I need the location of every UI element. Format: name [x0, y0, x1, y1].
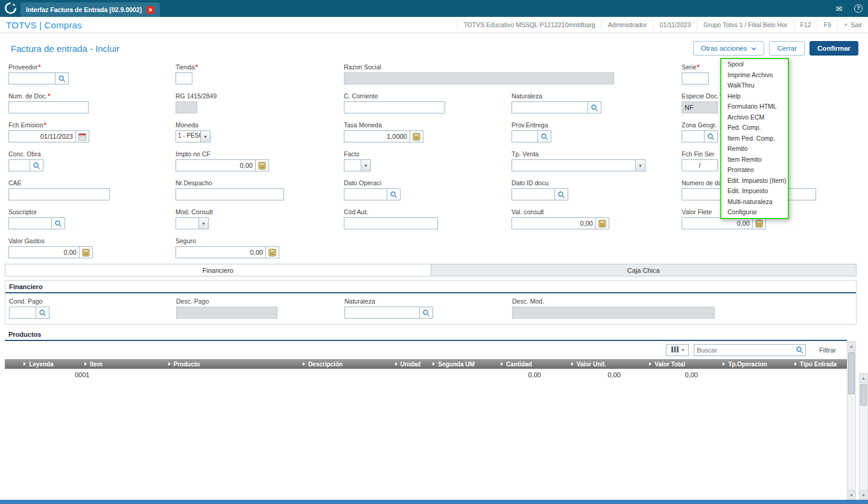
- close-tab-icon[interactable]: ×: [147, 6, 154, 14]
- facts-select[interactable]: ▾: [344, 159, 371, 171]
- tab-caja-chica[interactable]: Caja Chica: [431, 264, 857, 276]
- menu-item-prorrateo[interactable]: Prorrateo: [721, 165, 788, 176]
- prov-entrega-input[interactable]: [512, 130, 538, 142]
- menu-item-walkthru[interactable]: WalkThru: [721, 80, 788, 91]
- impto-no-cf-input[interactable]: [176, 159, 256, 171]
- column-header-tp-operacion[interactable]: Tp.Operacion: [706, 361, 784, 368]
- menu-item-edit-impuesto-item[interactable]: Edit. Impuesto (Item): [721, 176, 788, 187]
- other-actions-button[interactable]: Otras acciones: [693, 41, 765, 56]
- column-header-unidad[interactable]: Unidad: [392, 361, 423, 368]
- grid-vertical-scrollbar[interactable]: ▲ ▼: [859, 373, 868, 500]
- column-header-descripcion[interactable]: Descripción: [253, 361, 392, 368]
- suscriptor-search-button[interactable]: [52, 217, 65, 229]
- cond-pago-input[interactable]: [9, 307, 36, 319]
- fch-emision-input[interactable]: [8, 130, 76, 142]
- menu-item-help[interactable]: Help: [721, 91, 788, 102]
- scroll-up-icon[interactable]: ▲: [847, 342, 855, 351]
- menu-item-item-ped-comp[interactable]: Item Ped. Comp.: [721, 133, 788, 144]
- column-header-item[interactable]: Item: [72, 361, 115, 368]
- fch-fin-ser-input[interactable]: [682, 159, 718, 171]
- tasa-moneda-input[interactable]: [344, 130, 410, 142]
- valor-flete-calc-button[interactable]: [753, 217, 766, 229]
- menu-item-remito[interactable]: Remito: [721, 144, 788, 155]
- menu-item-item-remito[interactable]: Item Remito: [721, 155, 788, 165]
- val-consult-input[interactable]: [512, 217, 596, 229]
- table-row[interactable]: 0001 0,00 0,00 0,00: [5, 369, 847, 381]
- naturaleza-search-button[interactable]: [588, 101, 601, 113]
- help-button[interactable]: ?: [849, 0, 868, 17]
- conc-obra-search-button[interactable]: [30, 159, 43, 171]
- scrollbar-thumb[interactable]: [860, 384, 867, 406]
- exit-button[interactable]: ×Sair: [837, 21, 868, 30]
- scroll-up-icon[interactable]: ▲: [860, 374, 867, 383]
- tab-financiero[interactable]: Financiero: [5, 264, 431, 276]
- conc-obra-input[interactable]: [8, 159, 30, 171]
- search-input[interactable]: [694, 344, 806, 356]
- zona-geogr-input[interactable]: [682, 130, 705, 142]
- menu-item-imprime-archivo[interactable]: Imprime Archivo: [721, 70, 788, 81]
- mail-icon[interactable]: ✉: [829, 0, 849, 17]
- horizontal-scrollbar[interactable]: [0, 500, 868, 504]
- cond-pago-search-button[interactable]: [36, 307, 49, 319]
- menu-item-formulario-html[interactable]: Formulario HTML: [721, 101, 788, 112]
- dato-id-docu-input[interactable]: [512, 188, 555, 200]
- confirm-button[interactable]: Confirmar: [809, 41, 858, 56]
- naturaleza-input[interactable]: [512, 101, 588, 113]
- tasa-moneda-calc-button[interactable]: [410, 130, 423, 142]
- val-consult-calc-button[interactable]: [596, 217, 609, 229]
- scroll-down-icon[interactable]: ▼: [860, 490, 867, 499]
- close-button[interactable]: Cerrar: [769, 41, 805, 56]
- num-doc-input[interactable]: [8, 101, 89, 113]
- column-header-valor-total[interactable]: Valor Total: [629, 361, 706, 368]
- seguro-calc-button[interactable]: [266, 246, 279, 258]
- scrollbar-thumb[interactable]: [848, 352, 855, 394]
- column-header-leyenda[interactable]: Leyenda: [5, 361, 72, 368]
- column-header-cantidad[interactable]: Cantidad: [484, 361, 549, 368]
- column-header-producto[interactable]: Producto: [115, 361, 253, 368]
- proveedor-search-button[interactable]: [55, 72, 69, 85]
- dato-id-docu-search-button[interactable]: [555, 188, 568, 200]
- filter-link[interactable]: Filtrar: [819, 346, 836, 354]
- detail-tabs: Financiero Caja Chica: [5, 264, 857, 276]
- cod-aut-input[interactable]: [344, 217, 438, 229]
- tp-venta-select[interactable]: ▾: [512, 159, 645, 171]
- menu-item-archivo-ecm[interactable]: Archivo ECM: [721, 112, 788, 123]
- fch-emision-calendar-button[interactable]: [76, 130, 89, 142]
- f12-button[interactable]: F12: [794, 21, 817, 30]
- menu-item-ped-comp[interactable]: Ped. Comp.: [721, 123, 788, 133]
- suscriptor-input[interactable]: [8, 217, 52, 229]
- valor-gastos-calc-button[interactable]: [80, 246, 93, 258]
- seguro-input[interactable]: [176, 246, 266, 258]
- valor-gastos-input[interactable]: [8, 246, 80, 258]
- f9-button[interactable]: F9: [817, 21, 837, 30]
- column-header-tipo-entrada[interactable]: Tipo Entrada: [784, 361, 847, 368]
- impto-no-cf-calc-button[interactable]: [256, 159, 269, 171]
- nr-despacho-input[interactable]: [176, 188, 284, 200]
- prov-entrega-search-button[interactable]: [538, 130, 551, 142]
- proveedor-input[interactable]: [8, 72, 55, 85]
- menu-item-spool[interactable]: Spool: [721, 59, 788, 70]
- menu-item-edit-impuesto[interactable]: Edit. Impuesto: [721, 186, 788, 197]
- column-header-segunda-um[interactable]: Segunda UM: [423, 361, 484, 368]
- cae-input[interactable]: [8, 188, 110, 200]
- window-tab[interactable]: Interfaz Factura de Entrada [02.9.0002] …: [21, 2, 160, 17]
- dato-operaci-search-button[interactable]: [387, 188, 401, 200]
- mod-consult-select[interactable]: ▾: [176, 217, 209, 229]
- field-num-doc: Num. de Doc.*: [8, 92, 176, 113]
- zona-geogr-search-button[interactable]: [705, 130, 718, 142]
- moneda-select[interactable]: 1 - PESC▾: [176, 130, 211, 142]
- serie-input[interactable]: [682, 72, 709, 85]
- valor-flete-input[interactable]: [682, 217, 753, 229]
- scroll-down-icon[interactable]: ▼: [847, 490, 855, 499]
- products-vertical-scrollbar[interactable]: ▲ ▼: [847, 341, 856, 500]
- menu-item-configurar[interactable]: Configurar: [721, 207, 788, 218]
- search-button[interactable]: [796, 346, 803, 354]
- tienda-input[interactable]: [176, 72, 192, 85]
- naturaleza-fin-search-button[interactable]: [420, 307, 433, 319]
- dato-operaci-input[interactable]: [344, 188, 387, 200]
- column-header-valor-unit[interactable]: Valor Unit.: [549, 361, 629, 368]
- column-chooser-button[interactable]: ▾: [666, 344, 689, 356]
- naturaleza-fin-input[interactable]: [344, 307, 420, 319]
- c-corriente-input[interactable]: [344, 101, 445, 113]
- menu-item-multi-naturaleza[interactable]: Multi-naturaleza: [721, 197, 788, 208]
